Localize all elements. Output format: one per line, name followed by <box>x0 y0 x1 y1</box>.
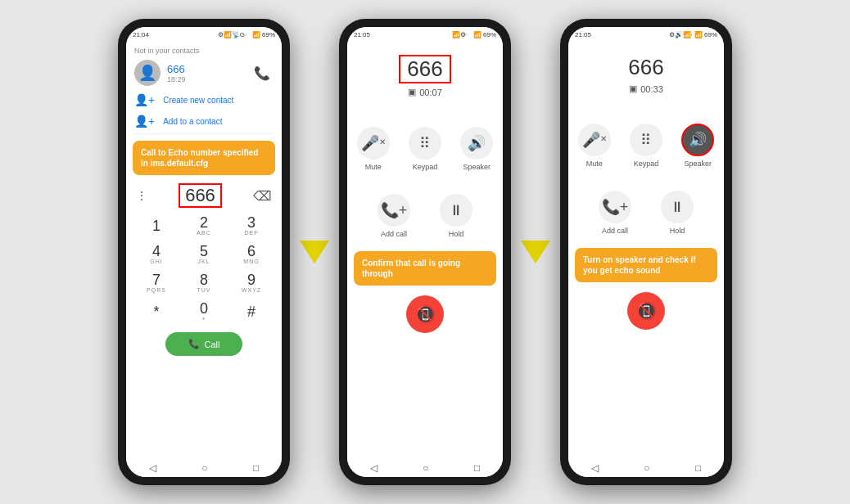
back-button[interactable]: ◁ <box>149 462 156 474</box>
recents-button-3[interactable]: □ <box>695 462 701 474</box>
phone-3-screen: 21:05 ⚙🔊📶· 📶 69% 666 ▣ 00:33 🎤✕ Mute <box>568 27 724 477</box>
dial-key-7[interactable]: 7 PQRS <box>133 268 180 297</box>
recents-button[interactable]: □ <box>253 462 259 474</box>
contact-time: 18:29 <box>167 75 244 83</box>
phone-3-call-screen: 666 ▣ 00:33 🎤✕ Mute ⠿ Keypad 🔊 <box>568 42 724 459</box>
phone-1-screen: 21:04 ⚙📶📡G· 📶 69% Not in your contacts 👤… <box>126 27 282 477</box>
back-button-2[interactable]: ◁ <box>370 462 378 474</box>
phone-3-controls-2: 📞+ Add call ⏸ Hold <box>584 181 708 245</box>
hold-button[interactable]: ⏸ Hold <box>425 187 487 245</box>
add-call-icon: 📞+ <box>378 194 410 227</box>
phone-1-status-time: 21:04 <box>133 31 149 38</box>
phone-1-dialer: Not in your contacts 👤 666 18:29 📞 👤+ Cr… <box>126 42 282 459</box>
call-button[interactable]: 📞 Call <box>165 332 243 356</box>
mute-button[interactable]: 🎤✕ Mute <box>347 120 399 178</box>
hold-label: Hold <box>449 230 464 238</box>
phone-3-status-time: 21:05 <box>575 31 591 38</box>
keypad-label-3: Keypad <box>634 160 659 168</box>
contact-number: 666 <box>167 63 244 75</box>
keypad-label: Keypad <box>413 163 438 171</box>
not-in-contacts-label: Not in your contacts <box>126 42 282 56</box>
call-icon-button[interactable]: 📞 <box>251 61 274 84</box>
record-icon: ▣ <box>408 87 416 97</box>
keypad-icon-3: ⠿ <box>630 124 662 156</box>
home-button[interactable]: ○ <box>201 462 207 474</box>
dial-key-4[interactable]: 4 GHI <box>133 240 180 268</box>
hold-icon: ⏸ <box>440 194 472 227</box>
recents-button-2[interactable]: □ <box>474 462 480 474</box>
end-call-button[interactable]: 📵 <box>406 295 444 333</box>
phone-3-call-number: 666 <box>622 55 670 80</box>
dial-key-star[interactable]: * <box>133 297 180 326</box>
phone-3-nav: ◁ ○ □ <box>568 459 724 477</box>
phone-3-tooltip: Turn on speaker and check if you get ech… <box>575 248 717 282</box>
arrow-down-icon-2 <box>521 241 550 263</box>
hold-label-3: Hold <box>670 227 685 235</box>
delete-icon[interactable]: ⌫ <box>253 188 272 204</box>
avatar: 👤 <box>134 60 161 86</box>
add-contact-label: Add to a contact <box>163 117 222 126</box>
phone-3-controls: 🎤✕ Mute ⠿ Keypad 🔊 Speaker <box>568 110 724 181</box>
add-call-icon-3: 📞+ <box>599 191 631 223</box>
dialpad-menu-dots[interactable]: ⋮ <box>136 189 147 202</box>
mute-icon-3: 🎤✕ <box>578 124 611 156</box>
home-button-2[interactable]: ○ <box>423 462 428 474</box>
create-contact-label: Create new contact <box>163 96 233 105</box>
phone-2-timer: 00:07 <box>419 88 442 97</box>
dial-key-3[interactable]: 3 DEF <box>228 211 275 240</box>
phone-2-call-screen: 666 ▣ 00:07 🎤✕ Mute ⠿ Keypad 🔊 <box>347 42 503 459</box>
keypad-button-3[interactable]: ⠿ Keypad <box>620 117 671 174</box>
arrow-down-icon <box>300 241 329 263</box>
phone-2-controls: 🎤✕ Mute ⠿ Keypad 🔊 Speaker <box>347 114 503 184</box>
scene: 21:04 ⚙📶📡G· 📶 69% Not in your contacts 👤… <box>0 0 850 504</box>
add-call-button-3[interactable]: 📞+ Add call <box>584 184 646 241</box>
speaker-button[interactable]: 🔊 Speaker <box>451 120 503 178</box>
phone-3-status-bar: 21:05 ⚙🔊📶· 📶 69% <box>568 27 724 42</box>
mute-label-3: Mute <box>586 160 603 168</box>
phone-2-status-battery: 📶⚙· 📶 69% <box>452 31 496 38</box>
add-call-label-3: Add call <box>602 227 628 235</box>
dial-key-hash[interactable]: # <box>228 297 275 326</box>
dial-key-9[interactable]: 9 WXYZ <box>228 268 275 297</box>
call-button-label: Call <box>205 340 220 349</box>
add-contact-icon: 👤+ <box>134 115 155 128</box>
keypad-icon: ⠿ <box>409 127 441 160</box>
speaker-button-3[interactable]: 🔊 Speaker <box>672 117 724 174</box>
end-call-icon: 📵 <box>415 304 436 324</box>
end-call-icon-3: 📵 <box>636 301 657 321</box>
dial-key-2[interactable]: 2 ABC <box>180 211 228 240</box>
dial-key-0[interactable]: 0 + <box>180 297 228 326</box>
mute-icon: 🎤✕ <box>357 127 390 160</box>
phone-1-status-bar: 21:04 ⚙📶📡G· 📶 69% <box>126 27 282 42</box>
mute-button-3[interactable]: 🎤✕ Mute <box>568 117 620 174</box>
contact-row: 👤 666 18:29 📞 <box>126 56 282 89</box>
keypad-button[interactable]: ⠿ Keypad <box>399 120 450 178</box>
phone-2-screen: 21:05 📶⚙· 📶 69% 666 ▣ 00:07 🎤✕ Mute <box>347 27 503 477</box>
person-icon: 👤 <box>138 64 156 82</box>
phone-3-status-battery: ⚙🔊📶· 📶 69% <box>669 31 717 38</box>
dial-key-8[interactable]: 8 TUV <box>180 268 228 297</box>
home-button-3[interactable]: ○ <box>644 462 649 474</box>
dial-key-6[interactable]: 6 MNO <box>228 240 275 268</box>
back-button-3[interactable]: ◁ <box>591 462 599 474</box>
phone-3-timer: 00:33 <box>640 84 663 94</box>
end-call-button-3[interactable]: 📵 <box>627 292 665 330</box>
phone-2-status-time: 21:05 <box>354 31 370 38</box>
speaker-label: Speaker <box>463 163 491 171</box>
call-button-row: 📞 Call <box>126 326 282 362</box>
dialed-number: 666 <box>179 183 222 208</box>
dial-key-1[interactable]: 1 <box>133 211 180 240</box>
dialpad-grid: 1 2 ABC 3 DEF 4 GHI <box>126 211 282 326</box>
dial-key-5[interactable]: 5 JKL <box>180 240 228 268</box>
phone-2-controls-2: 📞+ Add call ⏸ Hold <box>363 184 487 248</box>
phone-1-status-battery: ⚙📶📡G· 📶 69% <box>218 31 275 38</box>
speaker-label-3: Speaker <box>685 160 712 168</box>
phone-1-nav: ◁ ○ □ <box>126 459 282 477</box>
hold-button-3[interactable]: ⏸ Hold <box>646 184 708 241</box>
create-contact-item[interactable]: 👤+ Create new contact <box>126 89 282 110</box>
add-call-button[interactable]: 📞+ Add call <box>363 187 425 245</box>
phone-3: 21:05 ⚙🔊📶· 📶 69% 666 ▣ 00:33 🎤✕ Mute <box>560 19 732 485</box>
phone-1: 21:04 ⚙📶📡G· 📶 69% Not in your contacts 👤… <box>118 19 290 485</box>
phone-2-status-bar: 21:05 📶⚙· 📶 69% <box>347 27 503 42</box>
add-contact-item[interactable]: 👤+ Add to a contact <box>126 110 282 132</box>
